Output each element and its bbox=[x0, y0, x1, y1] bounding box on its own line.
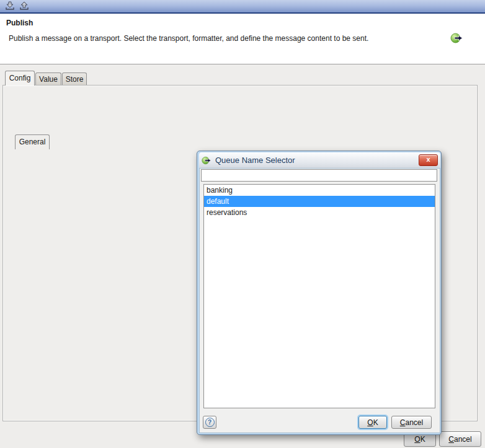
export-icon bbox=[19, 1, 29, 11]
dialog-titlebar[interactable]: Queue Name Selector x bbox=[199, 152, 440, 168]
help-button[interactable]: ? bbox=[203, 416, 216, 429]
queue-list: banking default reservations bbox=[203, 184, 435, 408]
publish-action-editor-window: Publish Publish a message on a transport… bbox=[0, 0, 485, 448]
tab-general[interactable]: General bbox=[15, 134, 50, 149]
queue-name-selector-dialog: Queue Name Selector x banking default re… bbox=[197, 151, 442, 435]
export-button[interactable] bbox=[18, 1, 30, 11]
queue-list-item[interactable]: banking bbox=[204, 185, 435, 196]
close-icon: x bbox=[426, 156, 430, 163]
page-title: Publish bbox=[6, 19, 33, 27]
help-icon: ? bbox=[205, 418, 215, 427]
close-button[interactable]: x bbox=[419, 154, 438, 166]
queue-filter-input[interactable] bbox=[201, 169, 437, 182]
window-toolbar bbox=[0, 0, 485, 14]
tab-config[interactable]: Config bbox=[5, 71, 35, 86]
cancel-button[interactable]: Cancel bbox=[439, 431, 481, 447]
tab-store[interactable]: Store bbox=[62, 72, 87, 86]
tab-value[interactable]: Value bbox=[35, 72, 61, 86]
dialog-cancel-button[interactable]: Cancel bbox=[391, 416, 432, 429]
queue-list-item[interactable]: reservations bbox=[204, 207, 435, 218]
queue-list-item-selected[interactable]: default bbox=[204, 196, 435, 207]
import-icon bbox=[5, 1, 15, 11]
page-description: Publish a message on a transport. Select… bbox=[9, 34, 406, 43]
publish-icon bbox=[450, 32, 463, 45]
dialog-ok-button[interactable]: OK bbox=[358, 416, 387, 429]
dialog-publish-icon bbox=[202, 156, 211, 165]
action-header: Publish Publish a message on a transport… bbox=[0, 14, 485, 64]
dialog-title: Queue Name Selector bbox=[215, 156, 295, 165]
import-button[interactable] bbox=[4, 1, 16, 11]
